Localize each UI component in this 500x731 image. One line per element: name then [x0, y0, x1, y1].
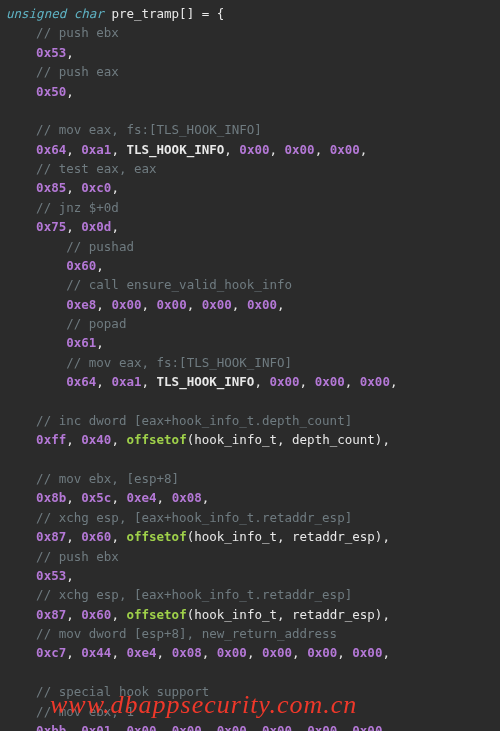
code-block: unsigned char pre_tramp[] = { // push eb…: [6, 4, 500, 731]
